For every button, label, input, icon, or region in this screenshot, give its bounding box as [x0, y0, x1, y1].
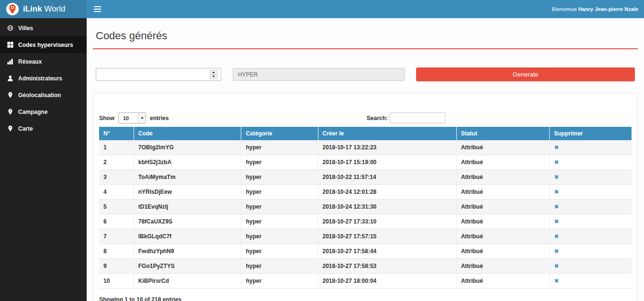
entries-label: entries: [150, 115, 169, 122]
delete-icon[interactable]: ✖: [554, 159, 559, 166]
delete-icon[interactable]: ✖: [554, 189, 559, 195]
sidebar-item-label: Carte: [18, 125, 33, 132]
cell-categorie: hyper: [241, 170, 318, 185]
sidebar-item-codes-hyperviseurs[interactable]: Codes hyperviseurs: [0, 36, 87, 53]
cell-categorie: hyper: [241, 244, 318, 259]
cell-creer-le: 2018-10-27 17:57:15: [318, 229, 456, 244]
sidebar-item-campagne[interactable]: Campagne: [0, 103, 87, 120]
column-header-statut[interactable]: Statut: [456, 127, 550, 140]
cell-categorie: hyper: [241, 229, 318, 244]
page-length-control: Show 10 entries: [99, 112, 169, 123]
table-row: 10 KiBPirsrCd hyper 2018-10-27 18:00:04 …: [99, 274, 632, 289]
sidebar-item-carte[interactable]: Carte: [0, 120, 87, 137]
sidebar-item-administrateurs[interactable]: Administrateurs: [0, 70, 87, 87]
quantity-input[interactable]: [96, 68, 221, 81]
column-header-numero[interactable]: N°: [99, 127, 134, 140]
cell-code: ToAiMymaTm: [134, 170, 241, 185]
sidebar-item-label: Codes hyperviseurs: [18, 42, 73, 48]
cell-code: KiBPirsrCd: [134, 274, 241, 289]
cell-creer-le: 2018-10-24 12:01:28: [318, 185, 456, 200]
sidebar-item-reseaux[interactable]: Réseaux: [0, 53, 87, 70]
cell-code: IBkGLqdC7f: [134, 229, 241, 244]
cell-creer-le: 2018-10-22 11:57:14: [318, 170, 456, 185]
cell-creer-le: 2018-10-27 17:58:53: [318, 259, 456, 274]
generate-form: Generate: [96, 67, 635, 81]
cell-code: nYRIsDjEew: [134, 185, 241, 200]
cell-statut: Attribué: [456, 185, 550, 200]
delete-icon[interactable]: ✖: [554, 248, 559, 255]
delete-icon[interactable]: ✖: [554, 233, 559, 240]
cell-creer-le: 2018-10-27 18:00:04: [318, 274, 456, 289]
globe-icon: [7, 25, 13, 32]
delete-icon[interactable]: ✖: [554, 218, 559, 225]
grid-icon: [7, 42, 13, 48]
sidebar-item-label: Géolocalisation: [18, 92, 61, 99]
column-header-categorie[interactable]: Catégorie: [241, 127, 318, 140]
generate-button[interactable]: Generate: [416, 67, 635, 81]
column-header-supprimer[interactable]: Supprimer: [550, 127, 632, 140]
cell-numero: 10: [99, 274, 134, 289]
sidebar-item-label: Réseaux: [18, 58, 42, 65]
sidebar-item-villes[interactable]: Villes: [0, 20, 87, 36]
cell-numero: 2: [99, 155, 134, 170]
cell-supprimer: ✖: [550, 229, 632, 244]
welcome-text: Bienvenue Hanry Jean-pierre Nzale: [552, 6, 644, 12]
delete-icon[interactable]: ✖: [554, 144, 559, 151]
cell-numero: 6: [99, 214, 134, 229]
delete-icon[interactable]: ✖: [554, 278, 559, 284]
sidebar-item-label: Campagne: [18, 109, 47, 115]
table-row: 2 kbHS2j3zbA hyper 2018-10-17 15:19:00 A…: [99, 155, 632, 170]
cell-code: kbHS2j3zbA: [134, 155, 241, 170]
app-logo-area[interactable]: iLink World: [0, 0, 87, 18]
cell-numero: 7: [99, 229, 134, 244]
cell-supprimer: ✖: [550, 244, 632, 259]
cell-code: FwdhzYphN9: [134, 244, 241, 259]
sidebar-item-geolocalisation[interactable]: Géolocalisation: [0, 87, 87, 103]
cell-supprimer: ✖: [550, 140, 632, 155]
entries-per-page-select[interactable]: 10: [118, 112, 146, 123]
cell-code: FGo1PyZTYS: [134, 259, 241, 274]
cell-creer-le: 2018-10-24 12:31:30: [318, 200, 456, 214]
cell-statut: Attribué: [456, 155, 550, 170]
cell-statut: Attribué: [456, 244, 550, 259]
column-header-creer-le[interactable]: Créer le: [318, 127, 456, 140]
delete-icon[interactable]: ✖: [554, 263, 559, 269]
table-footer: Showing 1 to 10 of 218 entries Previous …: [99, 296, 632, 301]
table-info: Showing 1 to 10 of 218 entries: [99, 296, 632, 301]
selected-page-length: 10: [119, 115, 138, 121]
category-field[interactable]: [233, 68, 405, 81]
cell-supprimer: ✖: [550, 274, 632, 289]
app-title: iLink World: [23, 4, 65, 14]
cell-categorie: hyper: [241, 200, 318, 214]
cell-statut: Attribué: [456, 170, 550, 185]
cell-creer-le: 2018-10-27 17:33:10: [318, 214, 456, 229]
map-pin-icon: [7, 92, 13, 99]
table-row: 1 7OBtg2lmYG hyper 2018-10-17 13:22:23 A…: [99, 140, 632, 155]
quantity-stepper[interactable]: [210, 70, 217, 79]
delete-icon[interactable]: ✖: [554, 203, 559, 210]
delete-icon[interactable]: ✖: [554, 174, 559, 180]
stepper-down-icon[interactable]: [210, 75, 217, 78]
table-row: 7 IBkGLqdC7f hyper 2018-10-27 17:57:15 A…: [99, 229, 632, 244]
cell-supprimer: ✖: [550, 200, 632, 214]
cell-categorie: hyper: [241, 259, 318, 274]
stepper-up-icon[interactable]: [210, 70, 217, 75]
sidebar-toggle-icon[interactable]: [87, 0, 108, 18]
cell-numero: 9: [99, 259, 134, 274]
cell-creer-le: 2018-10-17 13:22:23: [318, 140, 456, 155]
cell-numero: 3: [99, 170, 134, 185]
cell-supprimer: ✖: [550, 259, 632, 274]
search-input[interactable]: [390, 112, 445, 123]
show-label: Show: [99, 115, 114, 122]
cell-numero: 1: [99, 140, 134, 155]
cell-numero: 5: [99, 200, 134, 214]
cell-supprimer: ✖: [550, 155, 632, 170]
cell-code: tD1EvqNzIj: [134, 200, 241, 214]
cell-creer-le: 2018-10-17 15:19:00: [318, 155, 456, 170]
cell-statut: Attribué: [456, 140, 550, 155]
search-label: Search:: [367, 115, 388, 122]
cell-supprimer: ✖: [550, 170, 632, 185]
sidebar-item-label: Villes: [18, 25, 33, 32]
column-header-code[interactable]: Code: [134, 127, 241, 140]
title-divider: [93, 48, 638, 49]
